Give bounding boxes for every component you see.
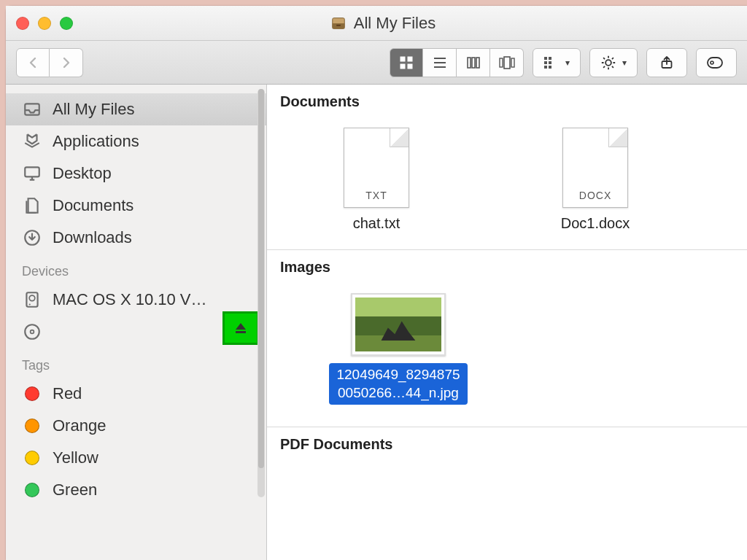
arrange-dropdown[interactable]: ▾ [533,48,581,77]
sidebar-tag-green[interactable]: Green [6,474,266,506]
file-docx-icon: DOCX [562,128,628,208]
forward-button[interactable] [50,48,83,77]
sidebar-item-applications[interactable]: Applications [6,125,266,158]
sidebar-tag-orange[interactable]: Orange [6,410,266,442]
view-mode-segmented [390,48,524,77]
svg-rect-10 [500,58,503,67]
action-dropdown[interactable]: ▾ [589,48,638,77]
svg-rect-8 [472,58,475,68]
sidebar-item-label: Orange [53,416,106,435]
group-pdf-documents: PDF Documents [267,427,747,457]
svg-rect-17 [544,66,547,69]
nav-back-forward [16,48,83,77]
svg-point-28 [29,303,31,305]
file-txt-icon: TXT [344,128,409,208]
svg-rect-3 [400,57,405,61]
svg-rect-26 [26,292,37,307]
sidebar-scrollbar[interactable] [258,89,265,497]
file-name-selected: 12049649_8294875 0050266…44_n.jpg [329,363,467,405]
sidebar-item-label: Applications [53,132,139,151]
tags-button[interactable] [696,48,737,77]
sidebar-item-label: Yellow [53,448,98,467]
sidebar: All My Files Applications Desktop Docume… [6,85,267,560]
back-button[interactable] [16,48,50,77]
svg-rect-24 [25,167,39,176]
group-title: Images [267,250,747,280]
svg-rect-7 [468,58,471,68]
sidebar-item-desktop[interactable]: Desktop [6,158,266,190]
sidebar-item-label: Documents [53,196,133,215]
svg-point-27 [29,295,35,301]
file-item[interactable]: TXT chat.txt [311,128,442,232]
sidebar-item-documents[interactable]: Documents [6,190,266,222]
sidebar-item-label: Red [53,384,82,403]
svg-rect-2 [336,24,341,26]
hdd-icon [22,289,42,310]
content-area: Documents TXT chat.txt DOCX Doc1.docx Im… [267,85,747,560]
window-body: All My Files Applications Desktop Docume… [6,85,747,560]
svg-point-22 [711,61,713,64]
svg-point-30 [31,330,34,334]
close-window-button[interactable] [16,17,29,30]
view-coverflow-button[interactable] [490,48,524,77]
sidebar-item-optical-disc[interactable] [6,316,266,348]
svg-rect-14 [549,57,551,60]
section-favorites-label [6,86,266,93]
titlebar: All My Files [6,6,747,41]
share-button[interactable] [646,48,687,77]
eject-icon[interactable] [233,321,248,335]
group-images: Images 12049649_8294875 0050266…44_n.jpg [267,250,747,427]
traffic-lights [16,17,73,30]
svg-rect-1 [333,23,345,28]
disc-icon [22,322,42,342]
group-title: Documents [267,85,747,114]
tag-dot-icon [22,384,42,404]
sidebar-item-label: All My Files [53,100,134,119]
window-title-text: All My Files [354,14,436,33]
sidebar-item-downloads[interactable]: Downloads [6,222,266,254]
sidebar-item-label: Desktop [53,164,112,183]
file-item[interactable]: DOCX Doc1.docx [530,128,661,232]
sidebar-tag-red[interactable]: Red [6,378,266,410]
svg-rect-6 [408,64,412,69]
tag-dot-icon [22,448,42,468]
svg-rect-4 [408,57,412,61]
group-documents: Documents TXT chat.txt DOCX Doc1.docx [267,85,747,250]
chevron-down-icon: ▾ [565,58,570,68]
tray-icon [330,15,347,31]
zoom-window-button[interactable] [60,17,73,30]
svg-point-19 [605,60,611,66]
svg-rect-16 [549,61,551,64]
svg-rect-31 [236,331,246,333]
sidebar-item-label: MAC OS X 10.10 V… [53,290,207,309]
view-columns-button[interactable] [457,48,490,77]
svg-rect-11 [504,57,510,69]
file-item-selected[interactable]: 12049649_8294875 0050266…44_n.jpg [311,293,486,405]
image-thumbnail [351,293,446,356]
annotation-highlight [222,311,259,345]
file-name: chat.txt [353,215,400,232]
tag-dot-icon [22,480,42,500]
sidebar-item-all-my-files[interactable]: All My Files [6,93,266,125]
file-name: Doc1.docx [561,215,630,232]
tray-icon [22,99,42,120]
minimize-window-button[interactable] [38,17,51,30]
documents-icon [22,195,42,216]
svg-point-29 [25,324,39,339]
view-list-button[interactable] [423,48,457,77]
chevron-down-icon: ▾ [622,58,627,68]
downloads-icon [22,228,42,248]
svg-rect-15 [544,61,547,64]
sidebar-tag-yellow[interactable]: Yellow [6,442,266,474]
apps-icon [22,131,42,152]
view-icons-button[interactable] [390,48,423,77]
toolbar: ▾ ▾ [6,41,747,85]
svg-rect-21 [708,58,722,68]
sidebar-item-label: Downloads [53,228,132,247]
group-title: PDF Documents [267,427,747,457]
window-title: All My Files [73,14,693,33]
section-tags-label: Tags [6,348,266,378]
svg-rect-13 [544,57,547,60]
svg-rect-5 [400,64,405,69]
svg-rect-18 [549,66,551,69]
